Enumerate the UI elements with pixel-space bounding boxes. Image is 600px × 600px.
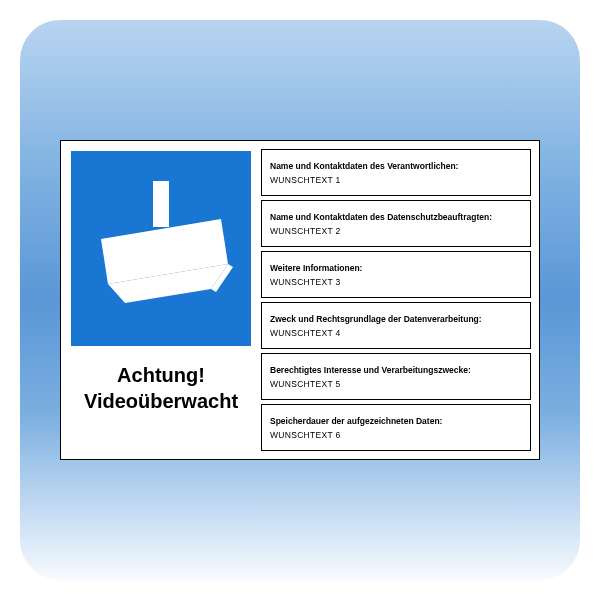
info-value: WUNSCHTEXT 3 xyxy=(270,277,522,287)
info-value: WUNSCHTEXT 1 xyxy=(270,175,522,185)
info-value: WUNSCHTEXT 4 xyxy=(270,328,522,338)
info-label: Name und Kontaktdaten des Datenschutzbea… xyxy=(270,212,522,222)
info-value: WUNSCHTEXT 6 xyxy=(270,430,522,440)
info-label: Weitere Informationen: xyxy=(270,263,522,273)
info-box-retention: Speicherdauer der aufgezeichneten Daten:… xyxy=(261,404,531,451)
warning-text: Achtung! Videoüberwacht xyxy=(71,362,251,414)
camera-icon-box xyxy=(71,151,251,346)
sign-left-panel: Achtung! Videoüberwacht xyxy=(61,141,261,459)
info-box-interest: Berechtigtes Interesse und Verarbeitungs… xyxy=(261,353,531,400)
info-label: Name und Kontaktdaten des Verantwortlich… xyxy=(270,161,522,171)
sign-right-panel: Name und Kontaktdaten des Verantwortlich… xyxy=(261,141,539,459)
info-box-more-info: Weitere Informationen: WUNSCHTEXT 3 xyxy=(261,251,531,298)
warning-line-2: Videoüberwacht xyxy=(71,388,251,414)
surveillance-sign: Achtung! Videoüberwacht Name und Kontakt… xyxy=(60,140,540,460)
info-box-dpo: Name und Kontaktdaten des Datenschutzbea… xyxy=(261,200,531,247)
info-label: Berechtigtes Interesse und Verarbeitungs… xyxy=(270,365,522,375)
info-value: WUNSCHTEXT 5 xyxy=(270,379,522,389)
cctv-camera-icon xyxy=(81,169,241,329)
info-box-purpose: Zweck und Rechtsgrundlage der Datenverar… xyxy=(261,302,531,349)
info-label: Speicherdauer der aufgezeichneten Daten: xyxy=(270,416,522,426)
svg-rect-0 xyxy=(153,181,169,227)
info-box-responsible: Name und Kontaktdaten des Verantwortlich… xyxy=(261,149,531,196)
info-value: WUNSCHTEXT 2 xyxy=(270,226,522,236)
info-label: Zweck und Rechtsgrundlage der Datenverar… xyxy=(270,314,522,324)
warning-line-1: Achtung! xyxy=(71,362,251,388)
product-tile: Achtung! Videoüberwacht Name und Kontakt… xyxy=(20,20,580,580)
